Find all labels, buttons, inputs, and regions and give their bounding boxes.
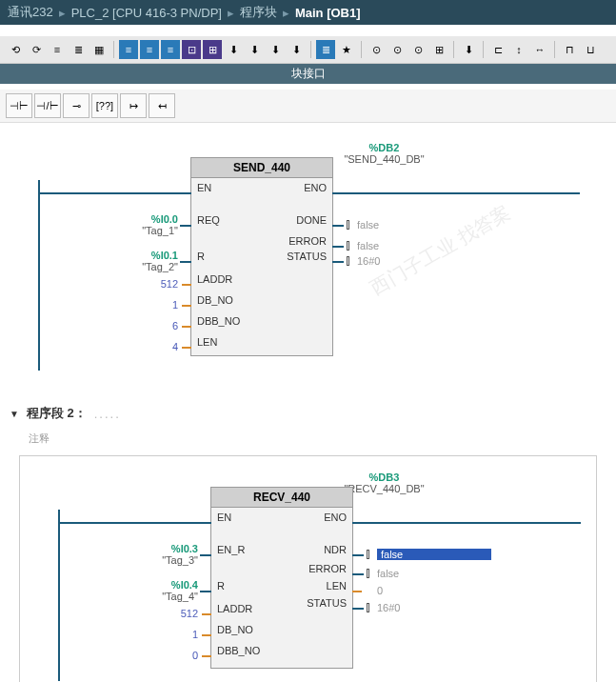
- tb-btn-22[interactable]: ⊏: [488, 40, 507, 59]
- fb1-pin-error: ERROR: [288, 235, 327, 247]
- fb1-dbbno-input[interactable]: 6: [172, 320, 178, 331]
- tb-btn-5[interactable]: ▦: [89, 40, 109, 59]
- fb2-error-val[interactable]: false: [377, 568, 399, 579]
- breadcrumb-item[interactable]: 通讯232: [8, 4, 53, 21]
- fb1-dbno-input[interactable]: 1: [172, 299, 178, 311]
- tb-btn-26[interactable]: ⊔: [581, 40, 600, 59]
- eno-wire: [332, 192, 580, 194]
- fb2-pin-enr: EN_R: [217, 544, 245, 555]
- fb2-status-val[interactable]: 16#0: [377, 602, 400, 613]
- tb-btn-4[interactable]: ≣: [69, 40, 88, 59]
- fb2-ndr-val[interactable]: false: [377, 549, 501, 560]
- tb-btn-9[interactable]: ⊡: [182, 40, 201, 59]
- fb1-title: SEND_440: [191, 158, 332, 178]
- network-2-comment[interactable]: 注释: [29, 431, 587, 446]
- main-toolbar: ⟲ ⟳ ≡ ≣ ▦ ≡ ≡ ≡ ⊡ ⊞ ⬇ ⬇ ⬇ ⬇ ≣ ★ ⊙ ⊙ ⊙ ⊞ …: [0, 36, 616, 64]
- fb1-len-input[interactable]: 4: [172, 341, 178, 352]
- tb-btn-16[interactable]: ★: [337, 40, 356, 59]
- tb-btn-11[interactable]: ⬇: [224, 40, 243, 59]
- breadcrumb-item[interactable]: PLC_2 [CPU 416-3 PN/DP]: [71, 6, 222, 20]
- fb1-req-input[interactable]: %I0.0 "Tag_1": [142, 213, 178, 236]
- fb2-pin-eno: ENO: [324, 512, 347, 523]
- fb2-r-input[interactable]: %I0.4 "Tag_4": [162, 579, 198, 602]
- breadcrumb-current: Main [OB1]: [295, 6, 361, 20]
- fb2-pin-ndr: NDR: [324, 544, 347, 555]
- fb1-pin-done: DONE: [296, 214, 327, 226]
- fb2-pin-r: R: [217, 580, 225, 592]
- fb1-error-val[interactable]: false: [357, 240, 379, 251]
- fb1-block[interactable]: SEND_440 EN ENO REQ DONE %I0.0 "Tag_1": [190, 157, 333, 356]
- tb-btn-17[interactable]: ⊙: [367, 40, 386, 59]
- fb1-laddr-input[interactable]: 512: [161, 278, 178, 290]
- fb2-enr-input[interactable]: %I0.3 "Tag_3": [162, 543, 198, 566]
- fb1-pin-status: STATUS: [287, 251, 327, 262]
- watermark: 西门子工业 找答案: [366, 199, 515, 300]
- lad-box[interactable]: [??]: [91, 93, 118, 118]
- tb-btn-20[interactable]: ⊞: [429, 40, 448, 59]
- fb1-pin-r: R: [197, 251, 205, 262]
- network-2-title: 程序段 2：: [27, 405, 87, 422]
- fb1-pin-eno: ENO: [304, 182, 327, 193]
- fb1-pin-dbno: DB_NO: [197, 294, 233, 306]
- tb-btn-3[interactable]: ≡: [48, 40, 67, 59]
- tb-btn-1[interactable]: ⟲: [6, 40, 25, 59]
- tb-btn-23[interactable]: ↕: [509, 40, 528, 59]
- fb1-status-val[interactable]: 16#0: [357, 255, 380, 267]
- fb2-pin-en: EN: [217, 512, 231, 523]
- tb-btn-10[interactable]: ⊞: [203, 40, 222, 59]
- breadcrumb: 通讯232 ▸ PLC_2 [CPU 416-3 PN/DP] ▸ 程序块 ▸ …: [0, 0, 616, 25]
- fb2-len-val[interactable]: 0: [377, 585, 383, 596]
- editor-canvas[interactable]: %DB2 "SEND_440_DB" SEND_440 EN ENO REQ D…: [0, 123, 616, 682]
- tb-btn-19[interactable]: ⊙: [408, 40, 427, 59]
- breadcrumb-sep: ▸: [228, 6, 234, 20]
- breadcrumb-sep: ▸: [59, 6, 66, 20]
- lad-contact-nc[interactable]: ⊣/⊢: [34, 93, 61, 118]
- tb-btn-15[interactable]: ≣: [316, 40, 335, 59]
- fb1-pin-en: EN: [197, 182, 211, 193]
- fb2-pin-dbbno: DBB_NO: [217, 645, 260, 656]
- tb-btn-6[interactable]: ≡: [119, 40, 138, 59]
- collapse-arrow-icon[interactable]: ▼: [10, 409, 19, 419]
- dots-icon: .....: [94, 407, 121, 421]
- fb2-title: RECV_440: [211, 488, 352, 508]
- fb1-pin-req: REQ: [197, 214, 220, 226]
- lad-branch-close[interactable]: ↤: [149, 93, 175, 118]
- lad-coil[interactable]: ⊸: [63, 93, 89, 118]
- lad-toolbar: ⊣⊢ ⊣/⊢ ⊸ [??] ↦ ↤: [0, 90, 616, 123]
- fb1-pin-len: LEN: [197, 336, 217, 348]
- fb2-dbno-input[interactable]: 1: [192, 629, 198, 640]
- tb-btn-8[interactable]: ≡: [161, 40, 180, 59]
- breadcrumb-item[interactable]: 程序块: [240, 4, 277, 21]
- tb-btn-25[interactable]: ⊓: [560, 40, 579, 59]
- network-2: %DB3 "RECV_440_DB" RECV_440 EN ENO EN_R …: [19, 455, 597, 682]
- tb-btn-7[interactable]: ≡: [140, 40, 159, 59]
- block-interface-header[interactable]: 块接口: [0, 64, 616, 84]
- tb-btn-14[interactable]: ⬇: [287, 40, 306, 59]
- network-1: %DB2 "SEND_440_DB" SEND_440 EN ENO REQ D…: [0, 123, 616, 371]
- fb2-dbbno-input[interactable]: 0: [192, 650, 198, 661]
- fb2-laddr-input[interactable]: 512: [181, 608, 198, 619]
- network-2-header[interactable]: ▼ 程序段 2： .....: [0, 399, 616, 428]
- lad-contact-no[interactable]: ⊣⊢: [6, 93, 32, 118]
- fb2-pin-len: LEN: [327, 580, 347, 592]
- tb-btn-2[interactable]: ⟳: [27, 40, 46, 59]
- tb-btn-24[interactable]: ↔: [530, 40, 549, 59]
- fb1-done-val[interactable]: false: [357, 219, 379, 231]
- fb1-pin-dbbno: DBB_NO: [197, 315, 240, 327]
- tb-btn-13[interactable]: ⬇: [266, 40, 285, 59]
- en-wire: [39, 192, 191, 194]
- fb2-pin-dbno: DB_NO: [217, 624, 253, 635]
- tb-btn-21[interactable]: ⬇: [459, 40, 478, 59]
- fb2-pin-laddr: LADDR: [217, 603, 252, 614]
- fb2-pin-error: ERROR: [308, 563, 347, 574]
- fb2-block[interactable]: RECV_440 EN ENO EN_R NDR %I0.3 "Tag_3": [210, 487, 353, 669]
- fb1-r-input[interactable]: %I0.1 "Tag_2": [142, 250, 178, 272]
- tb-btn-18[interactable]: ⊙: [387, 40, 407, 59]
- fb1-pin-laddr: LADDR: [197, 273, 232, 285]
- breadcrumb-sep: ▸: [283, 6, 289, 20]
- tb-btn-12[interactable]: ⬇: [245, 40, 264, 59]
- lad-branch-open[interactable]: ↦: [120, 93, 147, 118]
